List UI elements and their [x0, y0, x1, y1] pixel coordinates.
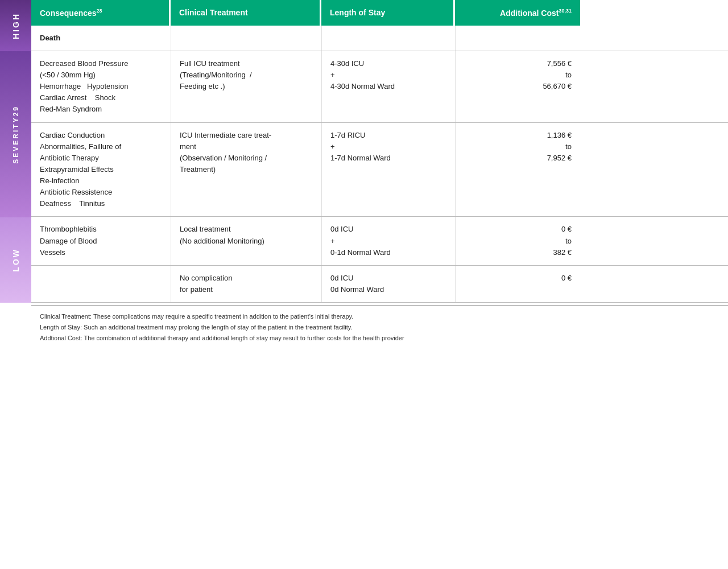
consequences-label: Consequences28: [40, 9, 102, 18]
death-treatment-cell: [171, 26, 321, 51]
death-cost-cell: [455, 26, 580, 51]
table-row-death: Death: [31, 26, 728, 51]
low-block: LOW: [0, 217, 31, 303]
footer-area: Clinical Treatment: These complications …: [31, 305, 728, 349]
high1-cost: 7,556 € to 56,670 €: [455, 51, 580, 122]
high2-los: 1-7d RICU + 1-7d Normal Ward: [321, 123, 455, 217]
table-header: Consequences28 Clinical Treatment Length…: [31, 0, 728, 26]
low2-treatment: No complication for patient: [171, 266, 321, 302]
th-consequences: Consequences28: [31, 0, 171, 26]
low1-treatment: Local treatment (No additional Monitorin…: [171, 217, 321, 265]
consequences-sup: 28: [97, 8, 102, 14]
treatment-label: Clinical Treatment: [179, 8, 248, 17]
severity-label: SEVERITY29: [12, 105, 20, 164]
footer-line2: Length of Stay: Such an additional treat…: [40, 322, 719, 333]
low2-consequences: [31, 266, 171, 302]
right-content: Consequences28 Clinical Treatment Length…: [31, 0, 728, 569]
th-los: Length of Stay: [321, 0, 455, 26]
death-cell: Death: [31, 26, 171, 51]
cost-label: Additional Cost30,31: [500, 9, 572, 18]
low1-cost: 0 € to 382 €: [455, 217, 580, 265]
high1-treatment: Full ICU treatment (Treating/Monitoring …: [171, 51, 321, 122]
death-label: Death: [40, 34, 60, 42]
table-row-low1: Thrombophlebitis Damage of Blood Vessels…: [31, 217, 728, 265]
low-label: LOW: [11, 248, 20, 272]
high2-cost: 1,136 € to 7,952 €: [455, 123, 580, 217]
high-label: HIGH: [11, 13, 20, 39]
high2-treatment: ICU Intermediate care treat- ment (Obser…: [171, 123, 321, 217]
high1-los: 4-30d ICU + 4-30d Normal Ward: [321, 51, 455, 122]
table-row-high1: Decreased Blood Pressure (<50 / 30mm Hg)…: [31, 51, 728, 123]
footer-line3: Addtional Cost: The combination of addit…: [40, 333, 719, 344]
th-treatment: Clinical Treatment: [171, 0, 321, 26]
severity-block: SEVERITY29: [0, 51, 31, 217]
low1-los: 0d ICU + 0-1d Normal Ward: [321, 217, 455, 265]
death-los-cell: [321, 26, 455, 51]
high2-consequences: Cardiac Conduction Abnormalities, Faillu…: [31, 123, 171, 217]
footer-line1: Clinical Treatment: These complications …: [40, 311, 719, 322]
low1-consequences: Thrombophlebitis Damage of Blood Vessels: [31, 217, 171, 265]
high1-consequences: Decreased Blood Pressure (<50 / 30mm Hg)…: [31, 51, 171, 122]
los-label: Length of Stay: [330, 8, 385, 17]
table-row-high2: Cardiac Conduction Abnormalities, Faillu…: [31, 123, 728, 217]
high-block: HIGH: [0, 0, 31, 51]
th-cost: Additional Cost30,31: [455, 0, 580, 26]
low2-cost: 0 €: [455, 266, 580, 302]
cost-sup: 30,31: [559, 8, 572, 14]
table-row-low2: No complication for patient 0d ICU 0d No…: [31, 266, 728, 303]
page-wrapper: HIGH SEVERITY29 LOW Consequences28 Clini…: [0, 0, 728, 569]
low2-los: 0d ICU 0d Normal Ward: [321, 266, 455, 302]
left-sidebar: HIGH SEVERITY29 LOW: [0, 0, 31, 569]
